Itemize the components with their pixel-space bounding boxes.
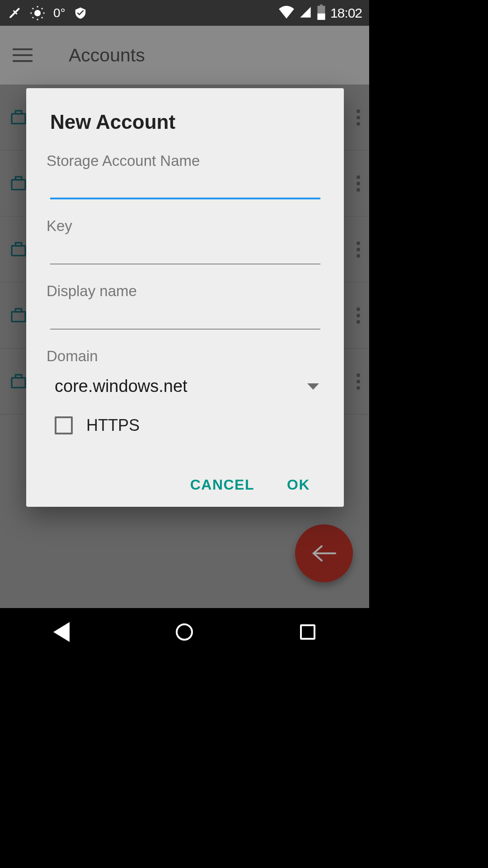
- svg-point-0: [34, 9, 41, 16]
- https-checkbox-row[interactable]: HTTPS: [55, 416, 324, 435]
- svg-rect-11: [317, 13, 325, 19]
- svg-line-4: [42, 17, 42, 18]
- status-temperature: 0°: [53, 6, 66, 20]
- nav-recents-button[interactable]: [296, 621, 319, 643]
- domain-label: Domain: [47, 348, 324, 365]
- signal-icon: [299, 6, 312, 20]
- status-clock: 18:02: [330, 5, 362, 21]
- svg-rect-10: [320, 5, 323, 6]
- svg-line-8: [42, 8, 42, 9]
- display-name-label: Display name: [47, 283, 324, 300]
- storage-account-input[interactable]: [50, 172, 320, 199]
- dialog-title: New Account: [50, 111, 324, 133]
- wifi-icon: [279, 6, 294, 20]
- play-verified-icon: [74, 5, 87, 21]
- svg-line-3: [33, 8, 33, 9]
- ok-button[interactable]: OK: [287, 476, 310, 493]
- chevron-down-icon: [307, 383, 319, 390]
- domain-select[interactable]: core.windows.net: [47, 377, 324, 396]
- nav-back-button[interactable]: [50, 621, 73, 643]
- back-fab[interactable]: [295, 524, 353, 582]
- navigation-bar: [0, 608, 369, 656]
- display-name-input[interactable]: [50, 302, 320, 330]
- key-label: Key: [47, 217, 324, 235]
- new-account-dialog: New Account Storage Account Name Key Dis…: [26, 88, 344, 507]
- nav-home-button[interactable]: [173, 621, 196, 643]
- key-input[interactable]: [50, 237, 320, 264]
- weather-icon: [30, 5, 45, 21]
- svg-line-7: [33, 17, 33, 18]
- cleaner-icon: [7, 6, 22, 20]
- https-label: HTTPS: [86, 416, 140, 435]
- storage-account-label: Storage Account Name: [47, 152, 324, 170]
- cancel-button[interactable]: CANCEL: [190, 476, 254, 493]
- battery-icon: [317, 5, 326, 22]
- domain-selected-value: core.windows.net: [55, 377, 188, 396]
- https-checkbox[interactable]: [55, 416, 73, 434]
- status-bar: 0° 18:02: [0, 0, 369, 26]
